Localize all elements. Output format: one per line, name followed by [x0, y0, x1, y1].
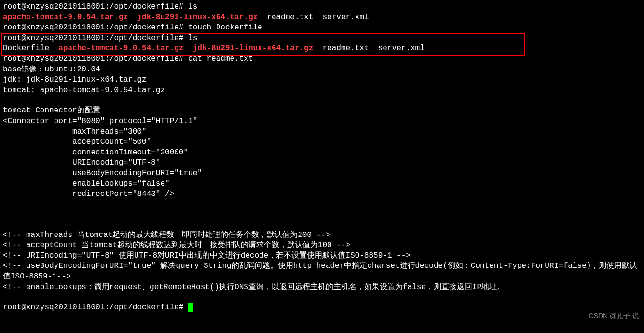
prompt-line-3: root@xnzysq20210118001:/opt/dockerfile# …: [3, 33, 641, 44]
file-text: Dockerfile: [3, 44, 49, 53]
watermark-text: CSDN @孔子-说: [589, 311, 639, 320]
prompt-line-2: root@xnzysq20210118001:/opt/dockerfile# …: [3, 23, 641, 33]
comment-maxthreads: <!-- maxThreads 当tomcat起动的最大线程数，即同时处理的任务…: [3, 230, 641, 241]
readme-jdk: jdk: jdk-8u291-linux-x64.tar.gz: [3, 75, 641, 85]
prompt-line-current[interactable]: root@xnzysq20210118001:/opt/dockerfile#: [3, 303, 641, 313]
connector-title: tomcat Connector的配置: [3, 106, 641, 116]
ls-output-1: apache-tomcat-9.0.54.tar.gz jdk-8u291-li…: [3, 13, 641, 23]
readme-base: base镜像：ubuntu:20.04: [3, 65, 641, 75]
connector-uriencoding: URIEncoding="UTF-8": [3, 158, 641, 168]
connector-enablelookups: enableLookups="false": [3, 179, 641, 190]
readme-tomcat: tomcat: apache-tomcat-9.0.54.tar.gz: [3, 85, 641, 96]
connector-bodyencoding: useBodyEncodingForURI="true": [3, 168, 641, 179]
file-archive: apache-tomcat-9.0.54.tar.gz: [58, 44, 183, 53]
file-text: server.xml: [323, 13, 369, 22]
comment-bodyencoding: <!-- useBodyEncodingForURI="true" 解决quer…: [3, 261, 641, 282]
connector-timeout: connectionTimeout="20000": [3, 148, 641, 158]
file-text: server.xml: [378, 44, 425, 53]
connector-redirectport: redirectPort="8443" />: [3, 189, 641, 200]
ls-output-2: Dockerfile apache-tomcat-9.0.54.tar.gz j…: [3, 43, 641, 54]
comment-acceptcount: <!-- acceptCount 当tomcat起动的线程数达到最大时，接受排队…: [3, 240, 641, 251]
file-text: readme.txt: [323, 44, 369, 53]
blank-line: [3, 200, 641, 210]
blank-line: [3, 292, 641, 303]
blank-line: [3, 210, 641, 220]
blank-line: [3, 220, 641, 230]
file-archive: jdk-8u291-linux-x64.tar.gz: [137, 13, 258, 22]
connector-maxthreads: maxThreads="300": [3, 127, 641, 138]
prompt-line-1: root@xnzysq20210118001:/opt/dockerfile# …: [3, 2, 641, 13]
file-archive: jdk-8u291-linux-x64.tar.gz: [193, 44, 314, 53]
blank-line: [3, 96, 641, 106]
file-archive: apache-tomcat-9.0.54.tar.gz: [3, 13, 128, 22]
prompt-line-4: root@xnzysq20210118001:/opt/dockerfile# …: [3, 54, 641, 65]
terminal-output[interactable]: root@xnzysq20210118001:/opt/dockerfile# …: [3, 2, 641, 313]
comment-enablelookups: <!-- enableLookups：调用request、getRemoteHo…: [3, 282, 641, 293]
file-text: readme.txt: [267, 13, 313, 22]
comment-uriencoding: <!-- URIEncoding="UTF-8" 使用UTF-8对URI中出现的…: [3, 251, 641, 262]
cursor-icon: [188, 303, 193, 312]
connector-acceptcount: acceptCount="500": [3, 137, 641, 148]
connector-open: <Connector port="8080" protocol="HTTP/1.…: [3, 116, 641, 127]
